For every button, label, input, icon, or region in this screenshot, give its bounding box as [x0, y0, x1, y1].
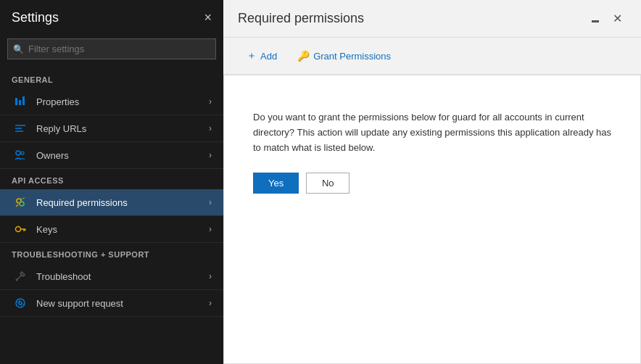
properties-icon: [12, 96, 29, 107]
grant-label: Grant Permissions: [313, 51, 391, 62]
properties-chevron-icon: ›: [209, 96, 212, 107]
svg-rect-1: [19, 100, 21, 105]
sidebar-item-new-support-request[interactable]: New support request ›: [0, 290, 223, 317]
owners-icon: [12, 149, 29, 161]
settings-panel: Settings × 🔍 GENERAL Properties › Reply …: [0, 0, 223, 364]
svg-point-14: [16, 299, 25, 307]
support-request-chevron-icon: ›: [209, 298, 212, 308]
grant-permissions-button[interactable]: 🔑 Grant Permissions: [289, 46, 400, 66]
keys-icon: [12, 223, 29, 235]
sidebar-item-keys[interactable]: Keys ›: [0, 216, 223, 243]
dialog-box: Do you want to grant the permissions bel…: [239, 93, 626, 208]
content-area: Do you want to grant the permissions bel…: [223, 75, 641, 364]
sidebar-item-troubleshoot[interactable]: Troubleshoot ›: [0, 263, 223, 290]
page-title: Required permissions: [238, 11, 364, 26]
minimize-button[interactable]: 🗕: [585, 10, 605, 27]
svg-point-6: [16, 151, 20, 155]
dialog-text: Do you want to grant the permissions bel…: [253, 110, 611, 155]
no-button[interactable]: No: [306, 173, 350, 194]
main-panel: Required permissions 🗕 ✕ ＋ Add 🔑 Grant P…: [223, 0, 641, 364]
required-permissions-icon: [12, 197, 29, 208]
svg-point-9: [20, 202, 24, 206]
properties-label: Properties: [36, 96, 79, 107]
search-box: 🔍: [7, 38, 216, 59]
svg-point-10: [16, 227, 21, 232]
keys-chevron-icon: ›: [209, 224, 212, 234]
troubleshoot-chevron-icon: ›: [209, 271, 212, 281]
settings-close-button[interactable]: ×: [204, 10, 212, 25]
grant-icon: 🔑: [297, 50, 310, 62]
settings-header: Settings ×: [0, 0, 223, 36]
main-header: Required permissions 🗕 ✕: [223, 0, 641, 38]
reply-urls-chevron-icon: ›: [209, 123, 212, 133]
svg-point-7: [21, 152, 24, 154]
svg-point-15: [19, 302, 22, 305]
api-access-section-label: API ACCESS: [0, 169, 223, 189]
yes-button[interactable]: Yes: [253, 173, 299, 194]
required-permissions-label: Required permissions: [36, 197, 128, 208]
keys-label: Keys: [36, 224, 57, 235]
svg-rect-0: [15, 98, 17, 105]
search-input[interactable]: [7, 38, 216, 59]
troubleshoot-label: Troubleshoot: [36, 271, 91, 282]
search-icon: 🔍: [13, 44, 24, 54]
settings-title: Settings: [12, 10, 59, 25]
close-main-button[interactable]: ✕: [608, 10, 626, 27]
owners-chevron-icon: ›: [209, 150, 212, 160]
general-section-label: GENERAL: [0, 68, 223, 88]
reply-urls-label: Reply URLs: [36, 123, 86, 134]
svg-rect-2: [22, 96, 25, 105]
toolbar: ＋ Add 🔑 Grant Permissions: [223, 38, 641, 75]
sidebar-item-properties[interactable]: Properties ›: [0, 88, 223, 115]
reply-urls-icon: [12, 123, 29, 134]
dialog-actions: Yes No: [253, 173, 611, 194]
troubleshooting-section-label: TROUBLESHOOTING + SUPPORT: [0, 243, 223, 263]
add-icon: ＋: [247, 49, 257, 62]
sidebar-item-reply-urls[interactable]: Reply URLs ›: [0, 115, 223, 142]
support-icon: [12, 297, 29, 309]
add-button[interactable]: ＋ Add: [238, 45, 286, 67]
add-label: Add: [260, 51, 277, 62]
troubleshoot-icon: [12, 270, 29, 282]
sidebar-item-owners[interactable]: Owners ›: [0, 142, 223, 169]
main-header-actions: 🗕 ✕: [585, 10, 626, 27]
required-permissions-chevron-icon: ›: [209, 197, 212, 207]
owners-label: Owners: [36, 150, 69, 161]
new-support-request-label: New support request: [36, 298, 123, 309]
sidebar-item-required-permissions[interactable]: Required permissions ›: [0, 189, 223, 216]
